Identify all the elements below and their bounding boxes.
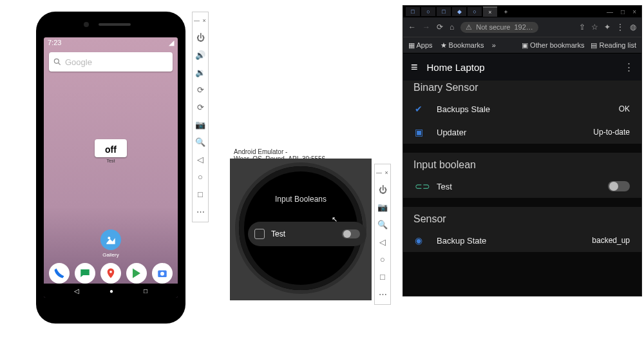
nav-recent[interactable]: □: [144, 287, 147, 295]
row-backups-stale[interactable]: ✔ Backups Stale OK: [403, 97, 641, 121]
phone-screen[interactable]: 7:23 ◢ Google off Test Gallery ◁ ● □: [44, 37, 178, 298]
status-clock: 7:23: [48, 39, 61, 47]
volume-up-icon[interactable]: 🔊: [195, 50, 205, 60]
reading-list[interactable]: ▤ Reading list: [591, 41, 636, 50]
extensions-icon[interactable]: ✦: [604, 23, 611, 32]
browser-window: □ ○ □ ◆ ○ × ＋ —□× ← → ⟳ ⌂ ⚠ Not secure 1…: [402, 5, 642, 296]
more-icon[interactable]: ⋯: [196, 207, 205, 217]
svg-point-0: [54, 59, 59, 63]
dock-phone-app[interactable]: [49, 263, 70, 284]
address-bar[interactable]: ⚠ Not secure 192…: [460, 22, 538, 33]
toggle-switch[interactable]: [608, 181, 630, 191]
gallery-icon: [106, 235, 116, 245]
browser-tab[interactable]: ○: [468, 7, 482, 16]
toolbar-window-controls[interactable]: — ×: [376, 170, 389, 176]
wear-row-test[interactable]: Test: [248, 222, 366, 246]
screenshot-icon[interactable]: 📷: [377, 202, 388, 212]
row-backup-state[interactable]: ◉ Backup State backed_up: [403, 229, 641, 252]
home-assistant-widget[interactable]: off Test: [95, 139, 127, 163]
checkmark-icon: ✔: [415, 104, 428, 114]
row-input-test[interactable]: ⊂⊃ Test: [403, 175, 641, 198]
wear-emulator-titlebar[interactable]: Android Emulator - Wear_OS_Round_API_30:…: [230, 147, 372, 160]
menu-icon[interactable]: ⋮: [616, 23, 624, 32]
wear-emulator-toolbar: — × ⏻ 📷 🔍 ◁ ○ □ ⋯: [374, 164, 391, 305]
window-controls[interactable]: —□×: [607, 8, 641, 15]
search-icon: [53, 57, 62, 66]
nav-back[interactable]: ◁: [74, 287, 79, 295]
section-input-boolean: Input boolean: [403, 153, 641, 175]
google-search-widget[interactable]: Google: [49, 52, 173, 72]
ha-title: Home Laptop: [427, 62, 485, 73]
dock-messages-app[interactable]: [75, 263, 95, 284]
phone-front-camera: [84, 22, 89, 27]
share-icon[interactable]: ⇪: [579, 23, 585, 32]
dock-maps-app[interactable]: [100, 263, 121, 284]
other-bookmarks[interactable]: ▣ Other bookmarks: [522, 41, 584, 50]
new-tab-button[interactable]: ＋: [498, 7, 513, 16]
row-value: OK: [619, 104, 630, 113]
home-icon[interactable]: ○: [380, 255, 385, 264]
dock-play-store-app[interactable]: [126, 263, 147, 284]
rotate-left-icon[interactable]: ⟳: [197, 85, 204, 95]
phone-dock: [44, 263, 178, 284]
browser-tab[interactable]: ◆: [452, 7, 466, 16]
row-value: Up-to-date: [593, 128, 630, 137]
rotate-right-icon[interactable]: ⟳: [197, 102, 204, 112]
power-icon[interactable]: ⏻: [379, 185, 387, 195]
not-secure-label: Not secure: [476, 23, 510, 31]
wear-emulator-window: Input Booleans Test: [230, 159, 372, 300]
wear-screen-title: Input Booleans: [239, 195, 363, 204]
bookmarks-overflow[interactable]: »: [492, 41, 496, 49]
phone-emulator-frame: 7:23 ◢ Google off Test Gallery ◁ ● □: [37, 13, 184, 322]
status-icons: ◢: [169, 39, 174, 47]
home-button[interactable]: ⌂: [450, 23, 454, 32]
zoom-icon[interactable]: 🔍: [377, 220, 388, 229]
phone-emulator-toolbar: — × ⏻ 🔊 🔉 ⟳ ⟳ 📷 🔍 ◁ ○ □ ⋯: [192, 12, 209, 222]
volume-down-icon[interactable]: 🔉: [195, 68, 205, 77]
status-bar: 7:23 ◢: [44, 37, 178, 48]
browser-tab[interactable]: ○: [421, 7, 435, 16]
forward-button[interactable]: →: [422, 23, 430, 32]
wear-toggle[interactable]: [342, 229, 360, 238]
screenshot-icon[interactable]: 📷: [195, 120, 205, 130]
back-icon[interactable]: ◁: [379, 237, 386, 247]
row-label: Backups Stale: [437, 104, 490, 114]
overflow-menu-icon[interactable]: ⋮: [624, 61, 634, 73]
star-icon[interactable]: ☆: [591, 23, 598, 32]
wear-watch-face[interactable]: Input Booleans Test: [239, 166, 363, 290]
browser-tabstrip: □ ○ □ ◆ ○ × ＋ —□×: [403, 6, 641, 17]
overview-icon[interactable]: □: [380, 272, 385, 282]
toolbar-window-controls[interactable]: — ×: [194, 17, 207, 24]
menu-icon[interactable]: ≡: [411, 61, 418, 74]
nav-home[interactable]: ●: [109, 287, 113, 295]
entity-icon: [254, 229, 265, 239]
warning-icon: ⚠: [466, 23, 472, 32]
widget-label: Test: [95, 159, 127, 163]
reload-button[interactable]: ⟳: [437, 23, 443, 32]
svg-point-3: [109, 271, 112, 273]
back-icon[interactable]: ◁: [197, 155, 204, 164]
gallery-app[interactable]: Gallery: [100, 229, 121, 258]
overview-icon[interactable]: □: [198, 189, 203, 199]
dock-camera-app[interactable]: [152, 263, 173, 284]
browser-tab-active[interactable]: ×: [483, 6, 497, 17]
browser-tab[interactable]: □: [406, 7, 420, 16]
more-icon[interactable]: ⋯: [379, 289, 387, 299]
section-sensor: Sensor: [403, 207, 641, 229]
bookmarks-shortcut[interactable]: ★ Bookmarks: [440, 41, 484, 50]
row-label: Updater: [437, 128, 466, 137]
zoom-icon[interactable]: 🔍: [195, 137, 205, 147]
browser-tab[interactable]: □: [437, 7, 451, 16]
home-icon[interactable]: ○: [198, 172, 203, 182]
power-icon[interactable]: ⏻: [196, 33, 205, 43]
apps-shortcut[interactable]: ▦ Apps: [408, 41, 433, 50]
phone-earpiece: [99, 23, 131, 26]
back-button[interactable]: ←: [408, 23, 416, 32]
search-placeholder: Google: [65, 57, 92, 67]
row-updater[interactable]: ▣ Updater Up-to-date: [403, 121, 641, 144]
mouse-cursor-icon: ↖: [332, 215, 337, 224]
svg-line-1: [59, 63, 61, 65]
row-label: Test: [437, 182, 452, 191]
avatar-icon[interactable]: ◍: [630, 23, 636, 32]
row-value: backed_up: [592, 236, 630, 245]
